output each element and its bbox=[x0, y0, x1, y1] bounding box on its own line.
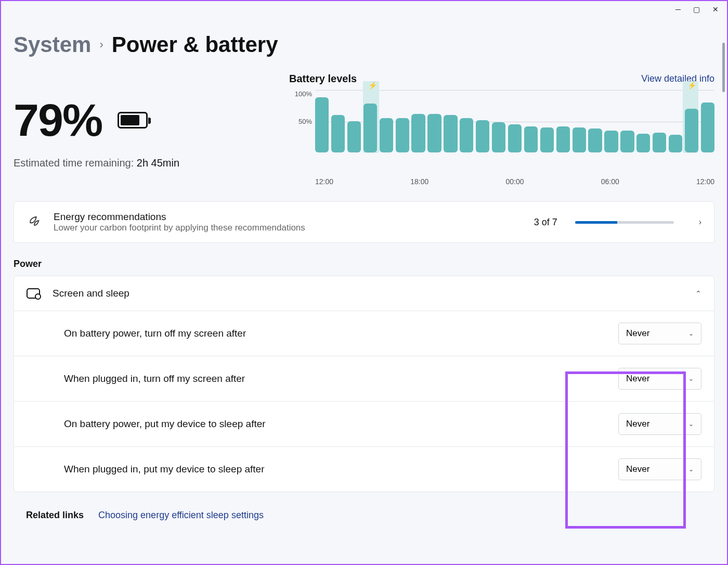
chart-bar bbox=[331, 115, 345, 152]
lightning-icon: ⚡ bbox=[687, 81, 696, 89]
chart-bar bbox=[444, 115, 457, 152]
scrollbar[interactable] bbox=[722, 43, 725, 92]
chart-bar bbox=[508, 124, 522, 152]
breadcrumb: System › Power & battery bbox=[14, 32, 714, 57]
energy-recommendations-card[interactable]: Energy recommendations Lower your carbon… bbox=[14, 201, 714, 243]
battery-icon bbox=[118, 112, 148, 129]
setting-label: On battery power, put my device to sleep… bbox=[64, 418, 618, 430]
related-link[interactable]: Choosing energy efficient sleep settings bbox=[98, 510, 264, 521]
setting-label: When plugged in, put my device to sleep … bbox=[64, 464, 618, 475]
chart-bar bbox=[380, 118, 393, 152]
chart-bar bbox=[524, 126, 538, 152]
chart-bar bbox=[636, 134, 650, 152]
chart-xtick: 06:00 bbox=[601, 177, 619, 186]
select-value: Never bbox=[626, 464, 649, 474]
chart-ytick: 50% bbox=[298, 118, 312, 125]
setting-select[interactable]: Never⌄ bbox=[618, 368, 701, 390]
chart-bar bbox=[476, 120, 489, 152]
related-links-label: Related links bbox=[26, 510, 84, 521]
chart-bar bbox=[411, 114, 425, 152]
select-value: Never bbox=[626, 328, 649, 339]
chart-xtick: 12:00 bbox=[696, 177, 714, 186]
power-section-label: Power bbox=[14, 259, 714, 269]
select-value: Never bbox=[626, 419, 649, 429]
chart-xtick: 18:00 bbox=[410, 177, 428, 186]
estimated-time-value: 2h 45min bbox=[137, 157, 179, 169]
chart-xtick: 00:00 bbox=[505, 177, 524, 186]
battery-chart: ⚡⚡ bbox=[315, 90, 714, 152]
setting-select[interactable]: Never⌄ bbox=[618, 323, 701, 344]
chart-bar bbox=[540, 127, 554, 152]
view-detailed-info-link[interactable]: View detailed info bbox=[641, 73, 714, 84]
chart-bar bbox=[427, 114, 441, 152]
screen-sleep-header[interactable]: Screen and sleep ⌃ bbox=[14, 276, 714, 311]
screen-sleep-title: Screen and sleep bbox=[53, 288, 683, 299]
chart-bar bbox=[620, 131, 634, 152]
setting-row: On battery power, turn off my screen aft… bbox=[14, 311, 714, 356]
select-value: Never bbox=[626, 374, 649, 384]
chart-bar bbox=[573, 127, 586, 152]
breadcrumb-parent[interactable]: System bbox=[14, 32, 91, 57]
setting-row: On battery power, put my device to sleep… bbox=[14, 402, 714, 447]
battery-percent: 79% bbox=[14, 94, 102, 147]
close-button[interactable]: ✕ bbox=[712, 5, 719, 14]
chevron-down-icon: ⌄ bbox=[688, 375, 694, 382]
minimize-button[interactable]: ─ bbox=[675, 5, 681, 14]
energy-rec-title: Energy recommendations bbox=[54, 211, 522, 223]
chart-bar bbox=[701, 102, 714, 152]
chart-xtick: 12:00 bbox=[315, 177, 333, 186]
chart-bar bbox=[653, 133, 666, 152]
setting-label: On battery power, turn off my screen aft… bbox=[64, 328, 618, 339]
chevron-right-icon: › bbox=[99, 38, 103, 52]
chart-bar bbox=[588, 129, 602, 152]
energy-rec-progress bbox=[575, 221, 674, 224]
chevron-right-icon: › bbox=[699, 217, 701, 227]
page-title: Power & battery bbox=[112, 32, 278, 57]
setting-select[interactable]: Never⌄ bbox=[618, 413, 701, 435]
energy-rec-subtitle: Lower your carbon footprint by applying … bbox=[54, 223, 522, 233]
chart-bar bbox=[685, 109, 698, 152]
chart-bar bbox=[315, 97, 329, 152]
chart-bar bbox=[363, 104, 377, 152]
chart-bar bbox=[347, 121, 361, 152]
energy-rec-count: 3 of 7 bbox=[534, 217, 557, 228]
setting-row: When plugged in, turn off my screen afte… bbox=[14, 356, 714, 402]
lightning-icon: ⚡ bbox=[368, 81, 377, 89]
setting-label: When plugged in, turn off my screen afte… bbox=[64, 373, 618, 384]
leaf-icon bbox=[27, 214, 41, 230]
setting-select[interactable]: Never⌄ bbox=[618, 458, 701, 480]
chart-bar bbox=[556, 126, 570, 152]
maximize-button[interactable]: ▢ bbox=[693, 5, 700, 14]
chevron-down-icon: ⌄ bbox=[688, 420, 694, 428]
setting-row: When plugged in, put my device to sleep … bbox=[14, 447, 714, 492]
chart-ytick: 100% bbox=[295, 90, 312, 98]
chart-bar bbox=[460, 118, 473, 152]
chevron-down-icon: ⌄ bbox=[688, 466, 694, 473]
chart-bar bbox=[669, 135, 682, 152]
chart-title: Battery levels bbox=[289, 73, 357, 85]
chevron-up-icon: ⌃ bbox=[695, 289, 701, 298]
chart-bar bbox=[492, 122, 505, 152]
chevron-down-icon: ⌄ bbox=[688, 330, 694, 337]
estimated-time-label: Estimated time remaining: bbox=[14, 157, 134, 169]
chart-bar bbox=[604, 131, 618, 152]
screen-sleep-card: Screen and sleep ⌃ On battery power, tur… bbox=[14, 276, 714, 492]
screen-icon bbox=[27, 288, 40, 299]
chart-bar bbox=[396, 118, 409, 152]
